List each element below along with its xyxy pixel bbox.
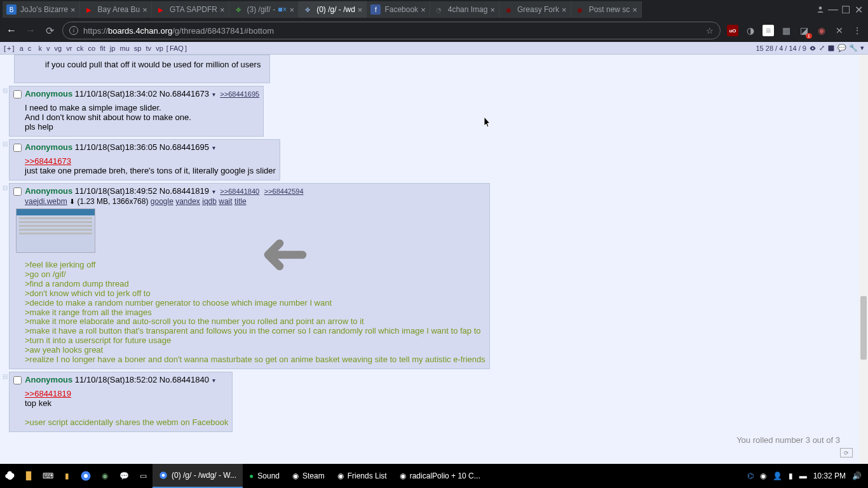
tab-close-icon[interactable]: × [421,5,426,15]
file-name-link[interactable]: vaejdi.webm [25,197,67,206]
taskbar-task-steam[interactable]: ◉Steam [286,464,331,488]
download-icon[interactable]: ⬇ [69,198,75,205]
terminal-icon[interactable]: ⌨ [38,464,57,488]
quote-link[interactable]: >>68441673 [25,156,71,166]
post-menu-icon[interactable]: ▾ [210,144,215,151]
url-bar[interactable]: i https://boards.4chan.org/g/thread/6843… [62,22,721,39]
reverse-search-link[interactable]: wait [219,197,232,206]
bluetooth-icon[interactable]: ⌬ [747,471,754,480]
maximize-icon[interactable]: ☐ [841,5,850,14]
star-icon[interactable]: ☆ [706,26,714,36]
extensions: uO ◑ ≡ ▦ ◪1 ◉ ✕ ⋮ [727,25,863,36]
ext-icon-7[interactable]: ✕ [834,25,845,36]
taskbar-task-sound[interactable]: ●Sound [243,464,286,488]
minimize-icon[interactable]: — [829,5,837,14]
app-icon-3[interactable]: 💬 [114,464,133,488]
hide-post-icon[interactable]: ⊟ [3,183,9,191]
reverse-search-link[interactable]: title [234,197,247,206]
text-line: And I don't know shit about how to make … [25,112,191,122]
post-menu-icon[interactable]: ▾ [210,377,215,384]
hide-post-icon[interactable]: ⊟ [3,372,9,380]
board-list[interactable]: [+] a c k v vg vr ck co fit jp mu sp tv … [4,44,187,52]
browser-tab[interactable]: ✥(0) /g/ - /wd× [299,1,367,18]
wrench-icon[interactable]: 🔧 [849,44,858,52]
tab-close-icon[interactable]: × [290,5,295,15]
ext-icon-4[interactable]: ▦ [780,25,792,36]
post-menu-icon[interactable]: ▾ [210,91,215,98]
user-tray-icon[interactable]: 👤 [773,471,782,480]
greentext-line: >user script accidentally shares the web… [25,417,228,427]
expand-icon[interactable]: ⤢ [819,44,825,52]
browser-tab[interactable]: ◉Post new sc× [571,1,642,18]
taskbar-task-chat[interactable]: ◉radicalPolio + 10 C... [393,464,487,488]
back-icon[interactable]: ← [5,25,18,36]
site-info-icon[interactable]: i [69,26,78,35]
close-window-icon[interactable]: ✕ [854,5,863,14]
post-menu-icon[interactable]: ▾ [210,188,215,195]
browser-tab[interactable]: ◉Greasy Fork× [499,1,571,18]
ublock-icon[interactable]: uO [727,25,738,36]
reverse-search-link[interactable]: google [151,197,173,206]
app-icon-2[interactable]: ◉ [95,464,114,488]
scrollbar-thumb[interactable] [860,296,867,360]
chrome-icon[interactable] [76,464,95,488]
reverse-search-link[interactable]: iqdb [202,197,217,206]
scrollbar[interactable] [859,55,868,464]
browser-tab[interactable]: ◔4chan Imag× [430,1,499,18]
thread-stats: 15 28 / 4 / 14 / 9 ⤢ 💬 🔧 ▾ [756,44,864,52]
text-line: just take one premade breh, there's tons… [25,166,276,175]
start-menu-icon[interactable] [0,464,19,488]
browser-tab[interactable]: ▶Bay Area Bu× [80,1,152,18]
battery-icon[interactable]: ▬ [799,471,807,480]
app-icon-1[interactable]: ▮ [57,464,76,488]
files-icon[interactable]: ▉ [19,464,38,488]
post-checkbox[interactable] [13,144,22,152]
taskbar-task-active[interactable]: (0) /g/ - /wdg/ - W... [153,464,243,488]
tab-close-icon[interactable]: × [142,5,147,15]
dropdown-icon[interactable]: ▾ [860,44,864,52]
chat-icon[interactable]: 💬 [837,44,846,52]
taskbar: ▉ ⌨ ▮ ◉ 💬 ▭ (0) /g/ - /wdg/ - W... ●Soun… [0,464,868,488]
user-icon[interactable] [816,5,825,14]
tab-close-icon[interactable]: × [632,5,637,15]
backlink[interactable]: >>68442594 [264,187,304,195]
post-number[interactable]: No.68441840 [159,375,209,384]
network-icon[interactable]: ▮ [789,471,793,480]
image-icon[interactable] [827,44,835,52]
hide-post-icon[interactable]: ⊟ [3,86,9,94]
volume-icon[interactable]: 🔊 [852,471,862,480]
tab-close-icon[interactable]: × [220,5,225,15]
post-thumbnail[interactable] [16,208,95,253]
hide-post-icon[interactable]: ⊟ [3,139,9,147]
app-icon-4[interactable]: ▭ [133,464,153,488]
clock[interactable]: 10:32 PM [813,471,846,480]
menu-icon[interactable]: ⋮ [851,25,863,36]
post-number[interactable]: No.68441673 [159,89,209,98]
tab-close-icon[interactable]: × [562,5,567,15]
steam-tray-icon[interactable]: ◉ [760,471,766,480]
post-number[interactable]: No.68441695 [159,142,209,152]
post-checkbox[interactable] [13,90,22,98]
quote-link[interactable]: >>68441819 [25,389,71,398]
reload-icon[interactable]: ⟳ [43,25,56,37]
browser-tab[interactable]: fFacebook× [367,1,430,18]
backlink[interactable]: >>68441840 [220,187,259,195]
post-checkbox[interactable] [13,187,22,196]
taskbar-task-friends[interactable]: ◉Friends List [331,464,393,488]
tab-close-icon[interactable]: × [490,5,495,15]
greentext-line: >don't know which vid to jerk off to [25,288,151,298]
browser-tab[interactable]: ✥(3) /gif/ - ■×× [229,1,299,18]
browser-tab[interactable]: BJoJo's Bizarre× [3,1,80,18]
browser-tab[interactable]: ▶GTA SAPDFR× [152,1,229,18]
roll-button[interactable]: ⟳ [840,448,853,458]
backlink[interactable]: >>68441695 [220,90,259,98]
post-checkbox[interactable] [13,376,22,384]
ext-icon-3[interactable]: ≡ [763,25,774,36]
post-number[interactable]: No.68441819 [159,186,209,196]
tab-close-icon[interactable]: × [71,5,76,15]
ext-icon-2[interactable]: ◑ [745,25,756,36]
reverse-search-link[interactable]: yandex [175,197,200,206]
tab-close-icon[interactable]: × [358,5,363,15]
ext-icon-5[interactable]: ◪1 [798,25,810,36]
ext-icon-6[interactable]: ◉ [816,25,827,36]
